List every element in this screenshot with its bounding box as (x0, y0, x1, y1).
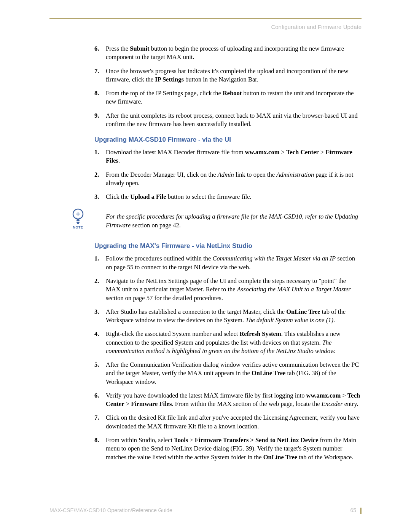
svg-rect-1 (76, 220, 80, 221)
svg-rect-2 (76, 222, 80, 223)
list-item-number: 9. (94, 112, 99, 120)
list-item: 9.After the unit completes its reboot pr… (94, 112, 362, 129)
list-item-number: 2. (94, 171, 99, 179)
list-item-text: After the Communication Verification dia… (106, 361, 359, 385)
header-title: Configuration and Firmware Update (49, 24, 362, 30)
section-heading-c: Upgrading the MAX's Firmware - via NetLi… (94, 242, 362, 250)
list-item: 8.From the top of the IP Settings page, … (94, 89, 362, 106)
list-item: 3.Click the Upload a File button to sele… (94, 193, 362, 201)
list-item-number: 4. (94, 330, 99, 338)
list-item: 5.After the Communication Verification d… (94, 361, 362, 386)
list-item-number: 6. (94, 45, 99, 53)
list-item-number: 3. (94, 193, 99, 201)
list-item-number: 3. (94, 308, 99, 316)
list-item: 6.Press the Submit button to begin the p… (94, 45, 362, 62)
list-item-text: After Studio has established a connectio… (106, 308, 346, 324)
list-item: 1.Follow the procedures outlined within … (94, 254, 362, 272)
note-label: NOTE (69, 225, 87, 229)
list-item-text: Navigate to the NetLinx Settings page of… (106, 277, 351, 302)
list-item-text: Once the browser's progress bar indicate… (106, 67, 348, 83)
footer-title: MAX-CSE/MAX-CSD10 Operation/Reference Gu… (49, 507, 172, 513)
ordered-list-c: 1.Follow the procedures outlined within … (94, 254, 362, 461)
header-rule (49, 18, 362, 19)
list-item: 6.Verify you have downloaded the latest … (94, 391, 362, 409)
list-item-text: Press the Submit button to begin the pro… (106, 45, 344, 61)
list-item: 2.Navigate to the NetLinx Settings page … (94, 277, 362, 302)
footer-page-number: 65 (350, 507, 358, 513)
footer-bar-icon (360, 508, 362, 514)
list-item: 7.Once the browser's progress bar indica… (94, 67, 362, 84)
list-item-text: Download the latest MAX Decoder firmware… (106, 149, 352, 164)
footer-page-wrap: 65 (350, 507, 362, 514)
list-item-text: Click the Upload a File button to select… (106, 193, 252, 200)
list-item-text: Follow the procedures outlined within th… (106, 255, 355, 270)
list-item-text: After the unit completes its reboot proc… (106, 112, 358, 128)
note-text: For the specific procedures for uploadin… (94, 208, 362, 230)
list-item-text: Right-click the associated System number… (106, 330, 341, 355)
list-item-number: 8. (94, 436, 99, 444)
list-item: 4.Right-click the associated System numb… (94, 330, 362, 355)
list-item-number: 1. (94, 148, 99, 157)
note-icon: NOTE (69, 208, 87, 229)
note-block: NOTE For the specific procedures for upl… (69, 208, 362, 235)
list-item-number: 7. (94, 67, 99, 75)
list-item: 1.Download the latest MAX Decoder firmwa… (94, 148, 362, 165)
svg-rect-3 (77, 223, 79, 224)
list-item-text: From within Studio, select Tools > Firmw… (106, 436, 356, 461)
list-item-text: Click on the desired Kit file link and a… (106, 414, 360, 430)
list-item-text: Verify you have downloaded the latest MA… (106, 392, 360, 407)
list-item-number: 5. (94, 361, 99, 369)
list-item: 3.After Studio has established a connect… (94, 308, 362, 325)
list-item-text: From the Decoder Manager UI, click on th… (106, 171, 353, 187)
section-heading-b: Upgrading MAX-CSD10 Firmware - via the U… (94, 136, 362, 144)
ordered-list-b: 1.Download the latest MAX Decoder firmwa… (94, 148, 362, 201)
list-item: 8.From within Studio, select Tools > Fir… (94, 436, 362, 462)
list-item-number: 7. (94, 414, 99, 422)
list-item: 2.From the Decoder Manager UI, click on … (94, 171, 362, 188)
list-item-text: From the top of the IP Settings page, cl… (106, 89, 354, 105)
footer: MAX-CSE/MAX-CSD10 Operation/Reference Gu… (49, 507, 362, 514)
list-item-number: 6. (94, 391, 99, 400)
list-item-number: 8. (94, 89, 99, 97)
ordered-list-a: 6.Press the Submit button to begin the p… (94, 45, 362, 128)
list-item-number: 2. (94, 277, 99, 285)
content-area: 6.Press the Submit button to begin the p… (49, 45, 362, 462)
list-item: 7.Click on the desired Kit file link and… (94, 414, 362, 431)
list-item-number: 1. (94, 254, 99, 263)
page: Configuration and Firmware Update 6.Pres… (0, 0, 411, 532)
